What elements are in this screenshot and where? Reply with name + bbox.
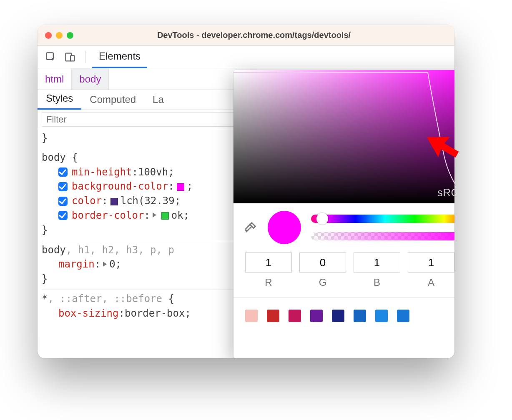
rule-close-brace: } bbox=[42, 132, 48, 144]
preset-swatch[interactable] bbox=[310, 310, 323, 322]
preset-swatch[interactable] bbox=[245, 310, 258, 322]
css-value[interactable]: lch(32.39 bbox=[120, 194, 175, 208]
toggle-declaration-checkbox[interactable] bbox=[58, 168, 68, 177]
channel-b-input[interactable] bbox=[354, 252, 400, 272]
subtab-styles[interactable]: Styles bbox=[38, 92, 81, 110]
rule-selector: body bbox=[42, 244, 66, 256]
preset-swatch[interactable] bbox=[375, 310, 388, 322]
css-property[interactable]: min-height bbox=[72, 165, 132, 180]
rule-close-brace: } bbox=[42, 224, 48, 236]
color-picker: sRGB R G bbox=[233, 70, 454, 358]
window-title: DevTools - developer.chrome.com/tags/dev… bbox=[61, 30, 447, 40]
channel-r-label: R bbox=[245, 277, 292, 288]
channel-r-input[interactable] bbox=[245, 252, 292, 272]
preset-swatch[interactable] bbox=[397, 310, 409, 322]
picker-controls-row bbox=[233, 203, 454, 248]
color-channels-row: R G B A ▲▼ bbox=[233, 248, 454, 290]
titlebar: DevTools - developer.chrome.com/tags/dev… bbox=[38, 25, 454, 46]
devtools-window: DevTools - developer.chrome.com/tags/dev… bbox=[38, 25, 454, 358]
toggle-declaration-checkbox[interactable] bbox=[58, 182, 68, 191]
gamut-label: sRGB bbox=[437, 186, 454, 199]
hue-slider[interactable] bbox=[311, 215, 454, 223]
breadcrumb-html[interactable]: html bbox=[38, 68, 72, 90]
rule-open-brace: { bbox=[162, 293, 174, 305]
device-toggle-icon[interactable] bbox=[64, 51, 76, 63]
close-window-button[interactable] bbox=[45, 32, 52, 39]
svg-marker-3 bbox=[421, 127, 463, 165]
rule-selector: * bbox=[42, 293, 48, 305]
svg-rect-2 bbox=[70, 55, 74, 61]
channel-a-input[interactable] bbox=[408, 252, 454, 272]
rule-close-brace: } bbox=[42, 273, 48, 285]
subtab-computed[interactable]: Computed bbox=[81, 94, 144, 110]
preset-swatch[interactable] bbox=[267, 310, 279, 322]
eyedropper-icon[interactable] bbox=[243, 220, 258, 235]
color-swatch[interactable] bbox=[110, 198, 118, 205]
rule-selector-extra: , h1, h2, h3, p, p bbox=[66, 244, 174, 256]
alpha-slider[interactable] bbox=[311, 232, 454, 240]
css-property[interactable]: color bbox=[72, 194, 102, 208]
css-property[interactable]: background-color bbox=[72, 179, 168, 194]
css-value[interactable]: 0 bbox=[109, 257, 115, 272]
color-swatch[interactable] bbox=[177, 183, 184, 191]
css-property[interactable]: box-sizing bbox=[58, 306, 119, 321]
css-value[interactable]: ok bbox=[171, 208, 183, 223]
channel-g-input[interactable] bbox=[299, 252, 346, 272]
preset-swatch[interactable] bbox=[354, 310, 366, 322]
devtools-toolbar: Elements bbox=[38, 46, 454, 68]
toolbar-separator bbox=[85, 51, 85, 63]
css-value[interactable]: border-box bbox=[125, 306, 185, 321]
tab-elements[interactable]: Elements bbox=[92, 46, 147, 68]
rule-selector: body bbox=[42, 152, 66, 163]
current-color-swatch[interactable] bbox=[268, 211, 301, 244]
breadcrumb-body[interactable]: body bbox=[72, 68, 109, 90]
inspect-icon[interactable] bbox=[45, 51, 57, 63]
channel-a-label: A bbox=[408, 277, 454, 288]
annotation-arrow-icon bbox=[421, 125, 463, 167]
preset-swatch[interactable] bbox=[332, 310, 344, 322]
rule-open-brace: { bbox=[66, 152, 78, 163]
css-property[interactable]: margin bbox=[58, 257, 95, 272]
expand-shorthand-icon[interactable] bbox=[103, 262, 107, 267]
toggle-declaration-checkbox[interactable] bbox=[58, 197, 68, 206]
channel-b-label: B bbox=[354, 277, 400, 288]
color-presets-row: ▲▼ bbox=[233, 298, 454, 322]
color-swatch[interactable] bbox=[161, 212, 169, 220]
subtab-layout[interactable]: La bbox=[144, 94, 172, 110]
channel-g-label: G bbox=[299, 277, 346, 288]
css-property[interactable]: border-color bbox=[72, 208, 144, 223]
rule-selector-extra: , ::after, ::before bbox=[48, 293, 162, 305]
preset-swatch[interactable] bbox=[289, 310, 301, 322]
expand-shorthand-icon[interactable] bbox=[153, 212, 156, 218]
hue-thumb[interactable] bbox=[316, 213, 328, 225]
css-value[interactable]: 100vh bbox=[138, 165, 168, 180]
toggle-declaration-checkbox[interactable] bbox=[58, 211, 68, 220]
